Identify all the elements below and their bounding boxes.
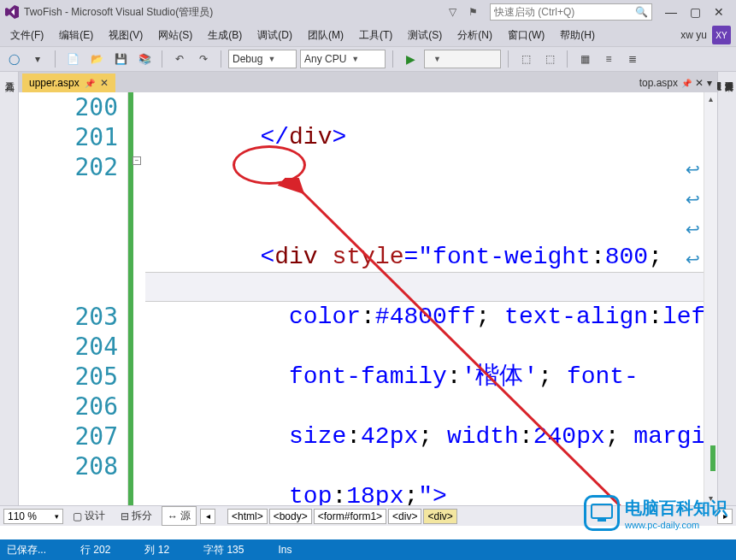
toolbar-btn-2[interactable]: ⬚ [539, 50, 560, 68]
code-editor[interactable]: 200 201 202 203 204 205 206 207 208 − </… [19, 92, 717, 505]
menu-website[interactable]: 网站(S) [153, 27, 197, 44]
close-tab-icon[interactable]: ✕ [100, 77, 109, 89]
statusbar: 已保存... 行 202 列 12 字符 135 Ins [0, 539, 736, 560]
toolbar-btn-4[interactable]: ≡ [598, 50, 619, 68]
path-div-current[interactable]: <div> [423, 509, 456, 524]
toolbar-btn-5[interactable]: ≣ [622, 50, 643, 68]
tab-label: top.aspx [639, 77, 678, 89]
toolbox-tab[interactable]: 工具箱 [0, 72, 19, 505]
path-body[interactable]: <body> [269, 509, 312, 524]
path-div[interactable]: <div> [388, 509, 421, 524]
wrap-indicator-icon: ↩ [686, 249, 700, 269]
menu-debug[interactable]: 调试(D) [252, 27, 297, 44]
quick-launch[interactable]: 🔍 [490, 3, 652, 21]
save-all-icon[interactable]: 📚 [134, 50, 155, 68]
window-title: TwoFish - Microsoft Visual Studio(管理员) [24, 5, 213, 20]
vs-logo-icon [5, 5, 19, 19]
element-path: <html> <body> <form#form1> <div> <div> [227, 509, 457, 524]
tab-label: upper.aspx [29, 77, 79, 89]
search-icon: 🔍 [635, 6, 648, 18]
save-icon[interactable]: 💾 [110, 50, 131, 68]
start-debug-button[interactable]: ▶ [400, 50, 421, 68]
menu-file[interactable]: 文件(F) [5, 27, 49, 44]
path-prev-button[interactable]: ◂ [200, 509, 215, 524]
config-dropdown[interactable]: Debug▼ [228, 50, 297, 68]
menubar: 文件(F) 编辑(E) 视图(V) 网站(S) 生成(B) 调试(D) 团队(M… [0, 24, 736, 46]
forward-button[interactable]: ▾ [27, 50, 48, 68]
menu-build[interactable]: 生成(B) [203, 27, 247, 44]
titlebar: TwoFish - Microsoft Visual Studio(管理员) ▽… [0, 0, 736, 24]
toolbar-btn-3[interactable]: ▦ [574, 50, 595, 68]
undo-icon[interactable]: ↶ [169, 50, 190, 68]
status-char: 字符 135 [203, 543, 244, 557]
document-tabs: upper.aspx 📌 ✕ top.aspx 📌 ✕ ▾ [19, 72, 717, 92]
notification-icon[interactable]: ▽ [444, 3, 461, 21]
menu-analyze[interactable]: 分析(N) [452, 27, 498, 44]
new-project-icon[interactable]: 📄 [62, 50, 83, 68]
line-numbers: 200 201 202 203 204 205 206 207 208 [19, 92, 127, 481]
menu-window[interactable]: 窗口(W) [503, 27, 550, 44]
status-ins: Ins [278, 544, 291, 556]
feedback-icon[interactable]: ⚑ [464, 3, 481, 21]
close-tab-icon[interactable]: ✕ [695, 77, 704, 89]
menu-test[interactable]: 测试(S) [403, 27, 447, 44]
user-name[interactable]: xw yu [680, 29, 707, 41]
toolbar: ◯ ▾ 📄 📂 💾 📚 ↶ ↷ Debug▼ Any CPU▼ ▶ ▼ ⬚ ⬚ … [0, 46, 736, 72]
zoom-dropdown[interactable]: 110 %▾ [3, 509, 63, 524]
platform-dropdown[interactable]: Any CPU▼ [300, 50, 386, 68]
scroll-down-icon[interactable]: ▾ [704, 492, 717, 505]
path-next-button[interactable]: ▸ [717, 509, 733, 524]
status-col: 列 12 [144, 543, 169, 557]
menu-view[interactable]: 视图(V) [103, 27, 148, 44]
status-saved: 已保存... [7, 543, 46, 557]
maximize-button[interactable]: ▢ [683, 3, 707, 21]
scroll-marker [710, 445, 715, 471]
change-indicator [128, 92, 133, 505]
quick-launch-input[interactable] [494, 6, 635, 18]
toolbar-btn-1[interactable]: ⬚ [515, 50, 536, 68]
wrap-indicator-icon: ↩ [686, 159, 700, 180]
wrap-indicator-icon: ↩ [686, 189, 700, 209]
tab-dropdown-icon[interactable]: ▾ [707, 77, 712, 89]
menu-team[interactable]: 团队(M) [303, 27, 349, 44]
path-html[interactable]: <html> [227, 509, 268, 524]
back-button[interactable]: ◯ [3, 50, 24, 68]
close-button[interactable]: ✕ [707, 3, 731, 21]
solution-explorer-tab[interactable]: 解决方案资源管理器 [722, 75, 734, 493]
menu-help[interactable]: 帮助(H) [555, 27, 600, 44]
menu-edit[interactable]: 编辑(E) [54, 27, 98, 44]
wrap-indicator-icon: ↩ [686, 219, 700, 239]
minimize-button[interactable]: — [659, 3, 683, 21]
vertical-scrollbar[interactable]: ▴ ▾ [704, 92, 717, 505]
menu-tools[interactable]: 工具(T) [354, 27, 397, 44]
tab-upper-aspx[interactable]: upper.aspx 📌 ✕ [22, 74, 115, 92]
right-tool-tabs[interactable]: 解决方案资源管理器 团队资源管理器 属性 [717, 72, 736, 505]
path-form[interactable]: <form#form1> [314, 509, 386, 524]
source-view-button[interactable]: ↔源 [162, 506, 197, 526]
status-line: 行 202 [80, 543, 110, 557]
browser-dropdown[interactable]: ▼ [424, 50, 501, 68]
open-icon[interactable]: 📂 [86, 50, 107, 68]
redo-icon[interactable]: ↷ [193, 50, 214, 68]
design-view-button[interactable]: ▢设计 [67, 506, 111, 526]
editor-bottom-bar: 110 %▾ ▢设计 ⊟拆分 ↔源 ◂ <html> <body> <form#… [0, 505, 736, 526]
avatar[interactable]: XY [712, 26, 731, 44]
pin-icon[interactable]: 📌 [681, 79, 692, 88]
tab-top-aspx[interactable]: top.aspx 📌 ✕ ▾ [634, 74, 717, 92]
fold-toggle[interactable]: − [132, 156, 141, 165]
scroll-up-icon[interactable]: ▴ [704, 92, 717, 106]
split-view-button[interactable]: ⊟拆分 [115, 506, 158, 526]
pin-icon[interactable]: 📌 [85, 79, 95, 88]
code-content[interactable]: </div> <div style="font-weight:800; colo… [145, 92, 704, 505]
